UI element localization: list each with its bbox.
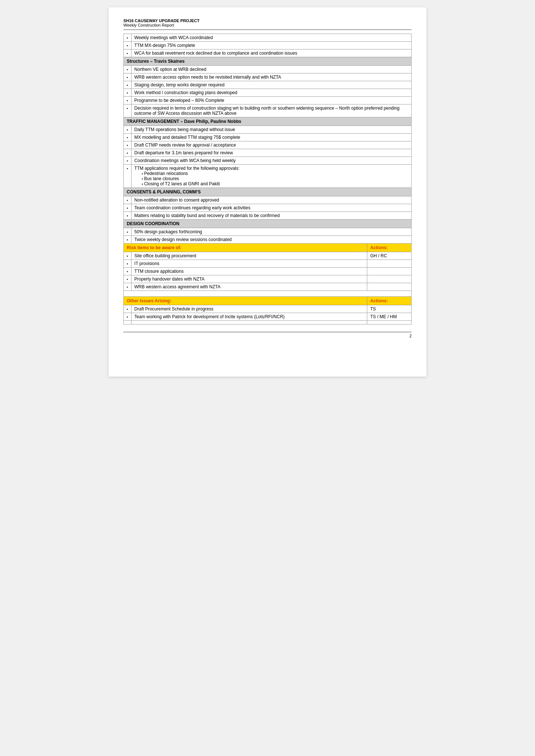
table-row: ▪Daily TTM operations being managed with… bbox=[124, 126, 412, 134]
bullet-cell: ▪ bbox=[124, 305, 132, 313]
content-cell: Northern VE option at WRB declined bbox=[131, 66, 411, 73]
list-item: Closing of T2 lanes at GNRI and Pakiti bbox=[142, 181, 408, 186]
table-row: ▪Team working with Patrick for developme… bbox=[124, 313, 412, 321]
content-cell: Draft departure for 3.1m lanes prepared … bbox=[131, 149, 411, 157]
section-header-row: Structures – Travis Skaines bbox=[124, 57, 412, 66]
bullet-cell: ▪ bbox=[124, 34, 132, 42]
content-cell: Decision required in terms of constructi… bbox=[131, 104, 411, 117]
table-row: ▪Draft CTMP needs review for approval / … bbox=[124, 141, 412, 149]
main-table: ▪Weekly meetings with WCA coordinated▪TT… bbox=[123, 34, 412, 324]
bullet-cell: ▪ bbox=[124, 212, 132, 220]
content-cell: Coordination meetings with WCA being hel… bbox=[131, 157, 411, 165]
content-cell: Staging design, temp works designer requ… bbox=[131, 81, 411, 89]
bullet-cell: ▪ bbox=[124, 236, 132, 244]
bullet-cell: ▪ bbox=[124, 134, 132, 141]
content-cell: Draft Procurement Schedule in progress bbox=[131, 305, 367, 313]
table-row: ▪Draft departure for 3.1m lanes prepared… bbox=[124, 149, 412, 157]
table-row: ▪Staging design, temp works designer req… bbox=[124, 81, 412, 89]
section-header-label: TRAFFIC MANAGEMENT – Dave Philip, Paulin… bbox=[124, 117, 412, 126]
risk-header-row: Risk items to be aware of:Actions: bbox=[124, 244, 412, 252]
page-footer: 2 bbox=[123, 332, 412, 338]
bullet-cell: ▪ bbox=[124, 196, 132, 204]
other-issues-header-row: Other Issues Arising:Actions: bbox=[124, 297, 412, 305]
action-cell bbox=[367, 260, 412, 268]
content-cell bbox=[131, 321, 367, 324]
table-row: ▪TTM closure applications bbox=[124, 268, 412, 275]
bullet-cell: ▪ bbox=[124, 49, 132, 57]
bullet-cell: ▪ bbox=[124, 104, 132, 117]
list-item: Pedestrian relocations bbox=[142, 171, 408, 176]
table-row: ▪Property handover dates with NZTA bbox=[124, 275, 412, 283]
content-cell: Programme to be developed – 80% Complete bbox=[131, 97, 411, 104]
bullet-cell: ▪ bbox=[124, 141, 132, 149]
bullet-cell: ▪ bbox=[124, 252, 132, 260]
table-row: ▪Site office building procurementGH / RC bbox=[124, 252, 412, 260]
content-cell: WRB western access option needs to be re… bbox=[131, 73, 411, 81]
content-cell: WRB western access agreement with NZTA bbox=[131, 283, 367, 291]
content-cell: Weekly meetings with WCA coordinated bbox=[131, 34, 411, 42]
content-cell: IT provisions bbox=[131, 260, 367, 268]
action-cell bbox=[367, 268, 412, 275]
other-issues-actions-header: Actions: bbox=[367, 297, 412, 305]
table-row: ▪TTM applications required for the follo… bbox=[124, 165, 412, 188]
bullet-cell: ▪ bbox=[124, 268, 132, 275]
other-issues-label: Other Issues Arising: bbox=[124, 297, 367, 305]
content-cell: Draft CTMP needs review for approval / a… bbox=[131, 141, 411, 149]
action-cell bbox=[367, 275, 412, 283]
content-cell: TTM applications required for the follow… bbox=[131, 165, 411, 188]
content-cell: TTM closure applications bbox=[131, 268, 367, 275]
section-header-label: Structures – Travis Skaines bbox=[124, 57, 412, 66]
content-cell: TTM MX-design 75% complete bbox=[131, 42, 411, 49]
bullet-cell: ▪ bbox=[124, 89, 132, 97]
content-cell: Twice weekly design review sessions coor… bbox=[131, 236, 411, 244]
table-row: ▪Twice weekly design review sessions coo… bbox=[124, 236, 412, 244]
content-cell: 50% design packages forthcoming bbox=[131, 228, 411, 236]
bullet-cell: ▪ bbox=[124, 283, 132, 291]
header-title: SH16 CAUSEWAY UPGRADE PROJECT bbox=[123, 18, 412, 23]
content-cell: Site office building procurement bbox=[131, 252, 367, 260]
table-row: ▪Northern VE option at WRB declined bbox=[124, 66, 412, 73]
bullet-cell: ▪ bbox=[124, 165, 132, 188]
section-header-row: CONSENTS & PLANNING, COMM'S bbox=[124, 188, 412, 196]
risk-header-label: Risk items to be aware of: bbox=[124, 244, 367, 252]
table-row: ▪Matters relating to stability bund and … bbox=[124, 212, 412, 220]
risk-actions-header: Actions: bbox=[367, 244, 412, 252]
table-row: ▪WRB western access option needs to be r… bbox=[124, 73, 412, 81]
table-row: ▪Coordination meetings with WCA being he… bbox=[124, 157, 412, 165]
table-row: ▪Draft Procurement Schedule in progressT… bbox=[124, 305, 412, 313]
table-row: ▪IT provisions bbox=[124, 260, 412, 268]
bullet-cell: ▪ bbox=[124, 66, 132, 73]
table-row: ▪50% design packages forthcoming bbox=[124, 228, 412, 236]
table-row: ▪Work method / construction staging plan… bbox=[124, 89, 412, 97]
content-cell: Team working with Patrick for developmen… bbox=[131, 313, 367, 321]
content-cell: MX modelling and detailed TTM staging 75… bbox=[131, 134, 411, 141]
bullet-cell: ▪ bbox=[124, 73, 132, 81]
section-header-row: DESIGN COORDINATION bbox=[124, 220, 412, 228]
bullet-cell: ▪ bbox=[124, 149, 132, 157]
bullet-cell: ▪ bbox=[124, 228, 132, 236]
content-cell: Matters relating to stability bund and r… bbox=[131, 212, 411, 220]
table-row: ▪Weekly meetings with WCA coordinated bbox=[124, 34, 412, 42]
content-cell: Property handover dates with NZTA bbox=[131, 275, 367, 283]
table-row: ▪Decision required in terms of construct… bbox=[124, 104, 412, 117]
table-row bbox=[124, 321, 412, 324]
page-header: SH16 CAUSEWAY UPGRADE PROJECT Weekly Con… bbox=[123, 18, 412, 30]
content-cell: Team coordination continues regarding ea… bbox=[131, 204, 411, 212]
bullet-cell: ▪ bbox=[124, 313, 132, 321]
page-number: 2 bbox=[409, 334, 412, 338]
bullet-cell bbox=[124, 321, 132, 324]
bullet-cell: ▪ bbox=[124, 157, 132, 165]
page: SH16 CAUSEWAY UPGRADE PROJECT Weekly Con… bbox=[109, 7, 426, 377]
bullet-cell: ▪ bbox=[124, 42, 132, 49]
list-item: Bus lane closures bbox=[142, 176, 408, 181]
action-cell bbox=[367, 321, 412, 324]
action-cell bbox=[367, 283, 412, 291]
table-row: ▪MX modelling and detailed TTM staging 7… bbox=[124, 134, 412, 141]
bullet-cell: ▪ bbox=[124, 260, 132, 268]
bullet-cell: ▪ bbox=[124, 97, 132, 104]
table-row: ▪Non-notified alteration to consent appr… bbox=[124, 196, 412, 204]
bullet-cell: ▪ bbox=[124, 204, 132, 212]
table-row: ▪TTM MX-design 75% complete bbox=[124, 42, 412, 49]
header-subtitle: Weekly Construction Report bbox=[123, 23, 412, 27]
content-cell: Non-notified alteration to consent appro… bbox=[131, 196, 411, 204]
